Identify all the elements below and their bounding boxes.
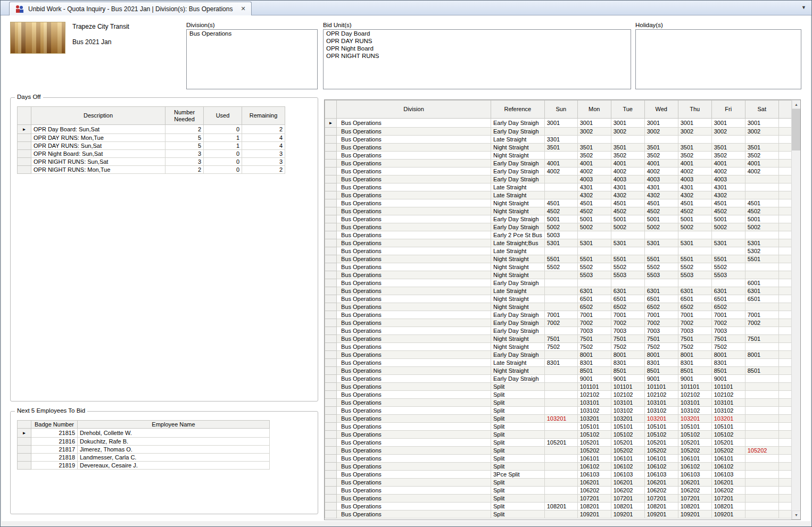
day-cell[interactable]: 4501 (544, 199, 577, 207)
next-employees-table[interactable]: Badge NumberEmployee Name►21815Drehobl, … (17, 420, 270, 470)
reference-cell[interactable]: Early Day Straigh (491, 119, 545, 128)
table-row[interactable]: Bus OperationsSplit101101101101101101101… (325, 383, 798, 391)
day-cell[interactable]: 5001 (644, 215, 678, 223)
day-cell[interactable]: 3501 (678, 144, 711, 152)
day-cell[interactable]: 108201 (611, 503, 644, 511)
day-cell[interactable]: 5001 (745, 215, 778, 223)
day-cell[interactable]: 5002 (678, 223, 711, 231)
description-cell[interactable]: OPR DAY RUNS: Mon,Tue (31, 134, 165, 142)
day-cell[interactable]: 103102 (711, 407, 745, 415)
day-cell[interactable]: 106102 (711, 463, 745, 471)
reference-cell[interactable]: Early Day Straigh (491, 375, 545, 383)
day-cell[interactable] (544, 152, 577, 160)
division-cell[interactable]: Bus Operations (337, 311, 491, 319)
day-cell[interactable]: 105201 (611, 439, 644, 447)
day-cell[interactable]: 103102 (678, 407, 711, 415)
day-cell[interactable]: 106201 (611, 479, 644, 487)
table-row[interactable]: Bus OperationsEarly Day Straigh300230023… (325, 128, 798, 136)
row-selector[interactable] (325, 303, 337, 311)
day-cell[interactable] (544, 327, 577, 335)
day-cell[interactable]: 105102 (611, 431, 644, 439)
division-cell[interactable]: Bus Operations (337, 423, 491, 431)
division-cell[interactable]: Bus Operations (337, 327, 491, 335)
row-selector[interactable] (325, 455, 337, 463)
row-selector[interactable] (325, 175, 337, 183)
table-row[interactable]: Bus OperationsNight Straight450245024502… (325, 207, 798, 215)
reference-cell[interactable]: Late Straight (491, 287, 545, 295)
badge-number-cell[interactable]: 21815 (31, 429, 78, 438)
reference-cell[interactable]: Split (491, 463, 545, 471)
day-cell[interactable]: 4002 (544, 168, 577, 175)
day-cell[interactable]: 5301 (745, 239, 778, 247)
document-tab[interactable]: Unbid Work - Quota Inquiry - Bus 2021 Ja… (9, 2, 252, 15)
reference-cell[interactable]: Night Straight (491, 335, 545, 343)
day-cell[interactable] (544, 375, 577, 383)
day-cell[interactable]: 9001 (644, 375, 678, 383)
day-cell[interactable]: 6501 (644, 295, 678, 303)
day-cell[interactable] (611, 136, 644, 144)
row-selector[interactable] (325, 128, 337, 136)
day-cell[interactable]: 102102 (644, 391, 678, 399)
day-cell[interactable]: 5502 (611, 263, 644, 271)
day-cell[interactable] (611, 247, 644, 255)
day-cell[interactable]: 4302 (711, 191, 745, 199)
quota-table[interactable]: DivisionReferenceSunMonTueWedThuFriSat►B… (325, 100, 798, 518)
row-selector[interactable] (325, 255, 337, 263)
day-cell[interactable]: 109201 (711, 511, 745, 518)
day-cell[interactable]: 3001 (644, 119, 678, 128)
day-cell[interactable]: 8301 (544, 359, 577, 367)
day-cell[interactable]: 7003 (611, 327, 644, 335)
reference-cell[interactable]: Early Day Straigh (491, 215, 545, 223)
reference-cell[interactable]: Split (491, 439, 545, 447)
row-selector[interactable] (325, 207, 337, 215)
row-selector[interactable] (325, 168, 337, 175)
day-cell[interactable] (678, 136, 711, 144)
row-selector[interactable] (325, 287, 337, 295)
division-cell[interactable]: Bus Operations (337, 503, 491, 511)
day-cell[interactable]: 3501 (644, 144, 678, 152)
bid-units-listbox[interactable]: OPR Day BoardOPR DAY RUNSOPR Night Board… (323, 29, 631, 89)
numeric-cell[interactable]: 2 (165, 125, 204, 134)
day-cell[interactable]: 3001 (611, 119, 644, 128)
day-cell[interactable]: 8301 (678, 359, 711, 367)
day-cell[interactable]: 103101 (611, 399, 644, 407)
reference-cell[interactable]: Split (491, 423, 545, 431)
day-cell[interactable] (544, 423, 577, 431)
division-cell[interactable]: Bus Operations (337, 415, 491, 423)
column-header[interactable]: Badge Number (31, 421, 78, 429)
day-cell[interactable] (745, 136, 778, 144)
day-cell[interactable]: 109201 (678, 511, 711, 518)
day-cell[interactable]: 103102 (644, 407, 678, 415)
day-cell[interactable]: 5502 (678, 263, 711, 271)
day-cell[interactable]: 106201 (678, 479, 711, 487)
numeric-cell[interactable]: 5 (165, 134, 204, 142)
reference-cell[interactable]: Night Straight (491, 295, 545, 303)
row-selector[interactable] (325, 263, 337, 271)
day-cell[interactable]: 4502 (711, 207, 745, 215)
division-cell[interactable]: Bus Operations (337, 239, 491, 247)
listbox-item[interactable]: OPR Day Board (324, 30, 631, 37)
division-cell[interactable]: Bus Operations (337, 152, 491, 160)
day-cell[interactable] (577, 231, 611, 239)
reference-cell[interactable]: Split (491, 503, 545, 511)
division-cell[interactable]: Bus Operations (337, 495, 491, 503)
day-cell[interactable]: 106103 (611, 471, 644, 479)
division-cell[interactable]: Bus Operations (337, 128, 491, 136)
day-cell[interactable]: 6502 (711, 303, 745, 311)
reference-cell[interactable]: Night Straight (491, 263, 545, 271)
table-row[interactable]: Bus OperationsEarly Day Straigh500250025… (325, 223, 798, 231)
day-cell[interactable]: 4001 (711, 160, 745, 168)
table-row[interactable]: ►Bus OperationsEarly Day Straigh30013001… (325, 119, 798, 128)
numeric-cell[interactable]: 5 (165, 142, 204, 150)
table-row[interactable]: Bus OperationsSplit106202106202106202106… (325, 487, 798, 495)
day-cell[interactable] (544, 495, 577, 503)
column-header[interactable]: Sat (745, 101, 778, 119)
day-cell[interactable]: 7002 (678, 319, 711, 327)
day-cell[interactable] (711, 136, 745, 144)
employee-name-cell[interactable]: Landmesser, Carla C. (78, 454, 270, 462)
reference-cell[interactable]: 3Pce Split (491, 471, 545, 479)
table-row[interactable]: Bus OperationsSplit106101106101106101106… (325, 455, 798, 463)
day-cell[interactable]: 107201 (577, 495, 611, 503)
day-cell[interactable]: 6301 (644, 287, 678, 295)
day-cell[interactable]: 103201 (678, 415, 711, 423)
